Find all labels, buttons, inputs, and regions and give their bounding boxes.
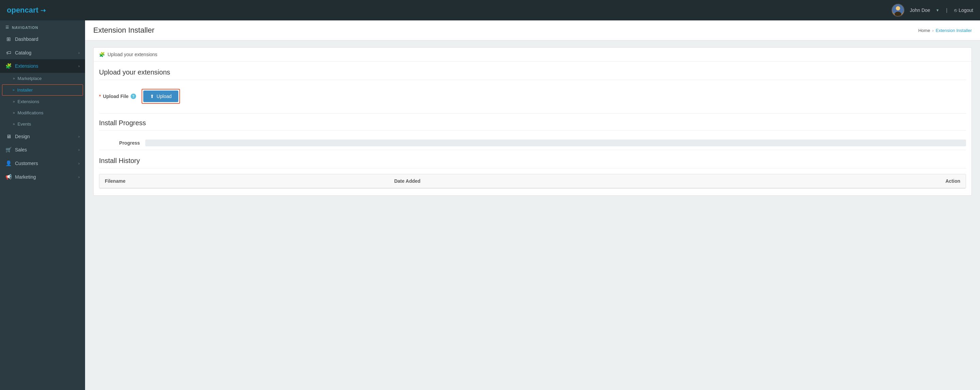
avatar (891, 4, 904, 17)
upload-row: * Upload File ? ⬆ Upload (99, 85, 966, 111)
sidebar: ☰ NAVIGATION ⊞ Dashboard 🏷 Catalog › 🧩 E… (0, 21, 85, 390)
logout-button[interactable]: ⎋ Logout (954, 8, 973, 13)
progress-section-title: Install Progress (99, 119, 966, 131)
dashboard-icon: ⊞ (5, 36, 11, 42)
card-header-icon: 🧩 (99, 52, 105, 57)
logout-icon: ⎋ (954, 8, 957, 13)
upload-icon: ⬆ (150, 94, 154, 99)
sidebar-item-catalog[interactable]: 🏷 Catalog › (0, 46, 85, 59)
sidebar-item-installer[interactable]: » Installer (2, 84, 83, 96)
main-card: 🧩 Upload your extensions Upload your ext… (93, 47, 972, 196)
sidebar-item-events[interactable]: » Events (0, 118, 85, 130)
design-icon: 🖥 (5, 134, 11, 139)
header-right: John Doe ▼ | ⎋ Logout (891, 4, 973, 17)
header: opencart ⇢ John Doe ▼ | ⎋ Logout (0, 0, 980, 21)
sidebar-item-extensions[interactable]: 🧩 Extensions › (0, 59, 85, 73)
sidebar-item-extensions-sub[interactable]: » Extensions (0, 96, 85, 107)
design-arrow-icon: › (78, 134, 80, 138)
upload-button[interactable]: ⬆ Upload (143, 91, 178, 102)
breadcrumb-current: Extension Installer (936, 28, 972, 33)
customers-arrow-icon: › (78, 161, 80, 166)
marketplace-arrow-icon: » (13, 76, 15, 80)
extensions-sub-arrow-icon: » (13, 100, 15, 103)
help-icon[interactable]: ? (130, 94, 136, 99)
card-header: 🧩 Upload your extensions (94, 48, 972, 62)
customers-icon: 👤 (5, 160, 11, 166)
marketing-icon: 📢 (5, 174, 11, 180)
breadcrumb: Home › Extension Installer (918, 28, 972, 33)
progress-label: Progress (99, 140, 140, 146)
sales-icon: 🛒 (5, 146, 11, 153)
installer-arrow-icon: » (13, 88, 14, 92)
catalog-icon: 🏷 (5, 50, 11, 56)
progress-section: Install Progress Progress (99, 119, 966, 150)
content-area: 🧩 Upload your extensions Upload your ext… (85, 40, 980, 390)
sidebar-item-dashboard[interactable]: ⊞ Dashboard (0, 32, 85, 46)
upload-label: * Upload File ? (99, 94, 136, 99)
sidebar-item-marketplace[interactable]: » Marketplace (0, 73, 85, 84)
required-star: * (99, 94, 101, 99)
user-name[interactable]: John Doe (910, 8, 930, 13)
layout: ☰ NAVIGATION ⊞ Dashboard 🏷 Catalog › 🧩 E… (0, 21, 980, 390)
history-table: Filename Date Added Action (99, 174, 966, 188)
svg-point-1 (896, 6, 900, 11)
history-section-title: Install History (99, 157, 966, 169)
hamburger-icon: ☰ (5, 25, 9, 30)
nav-header: ☰ NAVIGATION (0, 21, 85, 32)
card-header-label: Upload your extensions (108, 52, 157, 57)
upload-button-wrapper: ⬆ Upload (142, 89, 180, 104)
upload-section-title: Upload your extensions (99, 68, 966, 80)
upload-field-label: Upload File (103, 94, 128, 99)
events-arrow-icon: » (13, 122, 15, 126)
sidebar-item-sales[interactable]: 🛒 Sales › (0, 143, 85, 156)
user-dropdown-icon[interactable]: ▼ (936, 8, 940, 12)
history-table-container: Filename Date Added Action (99, 174, 966, 189)
modifications-arrow-icon: » (13, 111, 15, 115)
sidebar-item-marketing[interactable]: 📢 Marketing › (0, 170, 85, 184)
marketing-arrow-icon: › (78, 175, 80, 179)
breadcrumb-home[interactable]: Home (918, 28, 930, 33)
col-date-added: Date Added (388, 174, 730, 188)
card-body: Upload your extensions * Upload File ? ⬆… (94, 62, 972, 195)
page-title: Extension Installer (93, 26, 154, 35)
sales-arrow-icon: › (78, 148, 80, 152)
progress-bar-container (145, 140, 966, 146)
logo: opencart ⇢ (7, 6, 46, 14)
table-header-row: Filename Date Added Action (99, 174, 966, 188)
sidebar-item-customers[interactable]: 👤 Customers › (0, 156, 85, 170)
main-content: Extension Installer Home › Extension Ins… (85, 21, 980, 390)
col-action: Action (730, 174, 966, 188)
col-filename: Filename (99, 174, 388, 188)
sidebar-item-modifications[interactable]: » Modifications (0, 107, 85, 118)
logo-text: opencart ⇢ (7, 6, 46, 14)
extensions-arrow-icon: › (78, 64, 80, 68)
sidebar-item-design[interactable]: 🖥 Design › (0, 130, 85, 143)
progress-row: Progress (99, 136, 966, 150)
breadcrumb-separator: › (932, 28, 933, 33)
extensions-icon: 🧩 (5, 63, 11, 69)
catalog-arrow-icon: › (78, 51, 80, 55)
page-header: Extension Installer Home › Extension Ins… (85, 21, 980, 40)
